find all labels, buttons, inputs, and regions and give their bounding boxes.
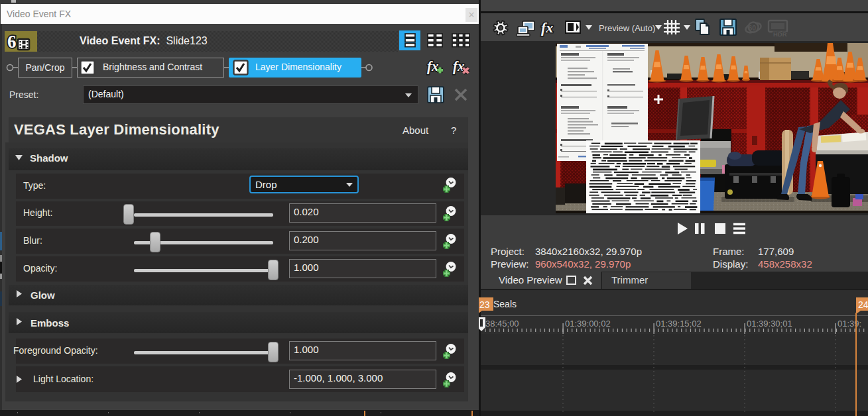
svg-text:HDR: HDR bbox=[773, 30, 787, 38]
svg-text:23: 23 bbox=[479, 299, 490, 310]
svg-text:60: 60 bbox=[749, 24, 757, 32]
svg-text:24: 24 bbox=[858, 299, 868, 310]
svg-text:fx: fx bbox=[541, 19, 553, 36]
svg-text:fx: fx bbox=[427, 58, 439, 74]
svg-text:Preview (Auto): Preview (Auto) bbox=[599, 23, 655, 33]
svg-text:6: 6 bbox=[7, 32, 17, 52]
